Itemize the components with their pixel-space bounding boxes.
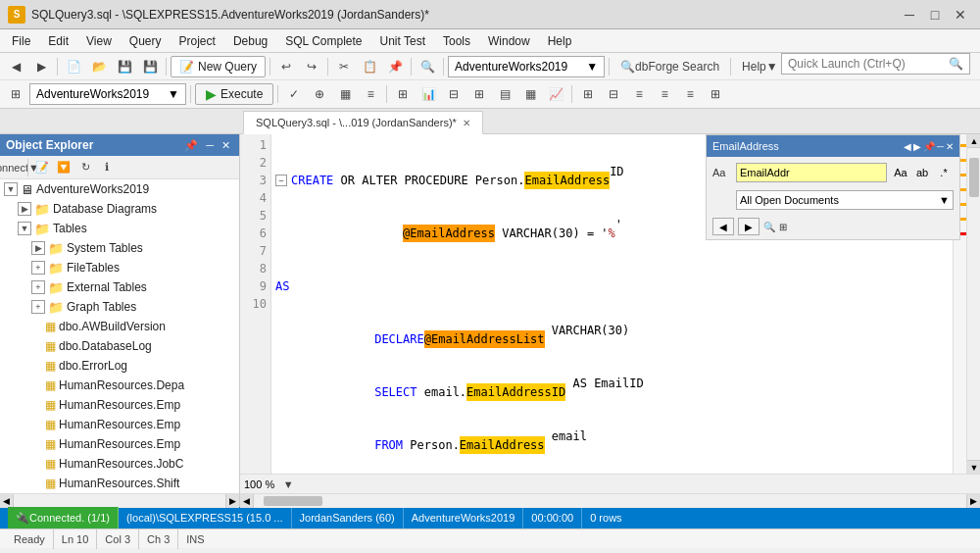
tb2[interactable]: 📊 <box>416 83 440 105</box>
find-prev-button[interactable]: ◀ <box>904 141 911 152</box>
menu-window[interactable]: Window <box>480 32 538 50</box>
list-item[interactable]: ▼ 🖥 AdventureWorks2019 <box>0 179 239 199</box>
menu-tools[interactable]: Tools <box>435 32 478 50</box>
list-item[interactable]: ▦ HumanResources.Emp <box>0 434 239 454</box>
hscroll-left-button[interactable]: ◀ <box>240 494 254 508</box>
dbforge-search-button[interactable]: 🔍 dbForge Search <box>613 56 726 77</box>
menu-project[interactable]: Project <box>172 32 223 50</box>
vertical-scrollbar[interactable]: ▲ ▼ <box>966 134 980 474</box>
list-item[interactable]: + 📁 FileTables <box>0 258 239 277</box>
expand-icon[interactable]: + <box>31 280 45 294</box>
tb3[interactable]: ⊟ <box>442 83 466 105</box>
scroll-track[interactable] <box>14 494 225 508</box>
find-prev-btn[interactable]: ◀ <box>712 218 734 235</box>
scroll-right-button[interactable]: ▶ <box>225 494 239 508</box>
list-item[interactable]: ▼ 📁 Tables <box>0 219 239 238</box>
list-item[interactable]: ▦ dbo.ErrorLog <box>0 356 239 376</box>
quick-launch-input[interactable] <box>788 57 945 71</box>
new-query-button[interactable]: 📝 New Query <box>171 56 266 77</box>
save-button[interactable]: 💾 <box>113 56 136 77</box>
oe-scrollbar[interactable]: ◀ ▶ <box>0 493 239 507</box>
match-case-button[interactable]: Aa <box>891 164 910 181</box>
find-pin-button[interactable]: 📌 <box>923 141 935 152</box>
tb1[interactable]: ⊞ <box>391 83 415 105</box>
tb7[interactable]: 📈 <box>544 83 567 105</box>
save-all-button[interactable]: 💾 <box>138 56 162 77</box>
redo-button[interactable]: ↪ <box>300 56 323 77</box>
list-item[interactable]: + 📁 External Tables <box>0 277 239 297</box>
list-item[interactable]: ▦ dbo.DatabaseLog <box>0 336 239 356</box>
list-item[interactable]: ▦ HumanResources.Depa <box>0 376 239 395</box>
find-input-wrap[interactable] <box>736 163 887 182</box>
tb13[interactable]: ⊞ <box>704 83 727 105</box>
tb9[interactable]: ⊟ <box>602 83 625 105</box>
tb4[interactable]: ⊞ <box>467 83 491 105</box>
hscroll-right-button[interactable]: ▶ <box>966 494 980 508</box>
tb8[interactable]: ⊞ <box>576 83 600 105</box>
list-item[interactable]: ▦ HumanResources.Shift <box>0 474 239 493</box>
expand-icon[interactable]: ▼ <box>18 222 31 235</box>
whole-word-button[interactable]: ab <box>912 164 932 181</box>
tab-close-icon[interactable]: ✕ <box>463 118 470 128</box>
close-button[interactable]: ✕ <box>949 5 972 25</box>
database-dropdown[interactable]: AdventureWorks2019 ▼ <box>448 56 605 77</box>
expand-icon[interactable]: ▶ <box>18 202 31 216</box>
editor-content[interactable]: 1 2 3 4 5 6 7 8 9 10 −CREATE OR ALTER PR… <box>240 134 980 474</box>
check-btn[interactable]: ✓ <box>282 83 306 105</box>
list-item[interactable]: + 📁 Graph Tables <box>0 297 239 317</box>
find-minimize-button[interactable]: ─ <box>937 141 944 152</box>
forward-button[interactable]: ▶ <box>29 56 53 77</box>
quick-launch-box[interactable]: 🔍 <box>781 53 970 75</box>
find-search-input[interactable] <box>740 167 883 178</box>
vscroll-track[interactable] <box>967 148 980 460</box>
copy-button[interactable]: 📋 <box>358 56 381 77</box>
menu-file[interactable]: File <box>4 32 38 50</box>
horizontal-scrollbar[interactable]: ◀ ▶ <box>240 493 980 507</box>
scroll-left-button[interactable]: ◀ <box>0 494 14 508</box>
find-close-button[interactable]: ✕ <box>946 141 954 152</box>
new-file-button[interactable]: 📄 <box>62 56 85 77</box>
oe-refresh[interactable]: ↻ <box>75 159 95 176</box>
menu-debug[interactable]: Debug <box>225 32 275 50</box>
execute-button[interactable]: ▶ Execute <box>195 83 273 105</box>
tb10[interactable]: ≡ <box>627 83 651 105</box>
connect-button[interactable]: Connect ▼ <box>4 159 24 176</box>
back-button[interactable]: ◀ <box>4 56 27 77</box>
hscroll-track[interactable] <box>254 494 966 508</box>
menu-view[interactable]: View <box>78 32 120 50</box>
menu-help[interactable]: Help <box>540 32 580 50</box>
tab-sqlquery3[interactable]: SQLQuery3.sql - \...019 (JordanSanders)*… <box>243 111 483 134</box>
cut-button[interactable]: ✂ <box>332 56 356 77</box>
vscroll-up-button[interactable]: ▲ <box>967 134 980 148</box>
hscroll-thumb[interactable] <box>264 496 322 506</box>
zoom-dropdown-button[interactable]: ▼ <box>278 476 298 493</box>
list-item[interactable]: ▦ HumanResources.JobC <box>0 454 239 474</box>
oe-summary[interactable]: ℹ <box>97 159 117 176</box>
oe-new-query[interactable]: 📝 <box>32 159 52 176</box>
list-item[interactable]: ▦ HumanResources.Emp <box>0 395 239 415</box>
db-dropdown-2[interactable]: AdventureWorks2019 ▼ <box>29 83 186 105</box>
help-button[interactable]: Help ▼ <box>735 56 785 77</box>
menu-query[interactable]: Query <box>122 32 170 50</box>
maximize-button[interactable]: □ <box>923 5 947 25</box>
paste-button[interactable]: 📌 <box>383 56 407 77</box>
tb5[interactable]: ▤ <box>493 83 516 105</box>
list-item[interactable]: ▦ HumanResources.Emp <box>0 415 239 434</box>
list-item[interactable]: ▶ 📁 System Tables <box>0 238 239 258</box>
undo-button[interactable]: ↩ <box>274 56 298 77</box>
menu-unit-test[interactable]: Unit Test <box>372 32 433 50</box>
regex-button[interactable]: .* <box>934 164 954 181</box>
oe-toggle[interactable]: ⊞ <box>4 83 27 105</box>
vscroll-thumb[interactable] <box>969 158 979 197</box>
collapse-icon[interactable]: − <box>275 175 287 186</box>
tb12[interactable]: ≡ <box>678 83 702 105</box>
tb6[interactable]: ▦ <box>518 83 542 105</box>
oe-minimize-button[interactable]: ─ <box>203 139 217 152</box>
expand-icon[interactable]: + <box>31 261 45 275</box>
expand-icon[interactable]: ▼ <box>4 182 18 196</box>
list-item[interactable]: ▦ dbo.AWBuildVersion <box>0 317 239 336</box>
oe-filter[interactable]: 🔽 <box>54 159 74 176</box>
find-next-btn[interactable]: ▶ <box>738 218 760 235</box>
find-lookin-dropdown[interactable]: All Open Documents ▼ <box>736 190 954 210</box>
oe-content[interactable]: ▼ 🖥 AdventureWorks2019 ▶ 📁 Database Diag… <box>0 179 239 493</box>
